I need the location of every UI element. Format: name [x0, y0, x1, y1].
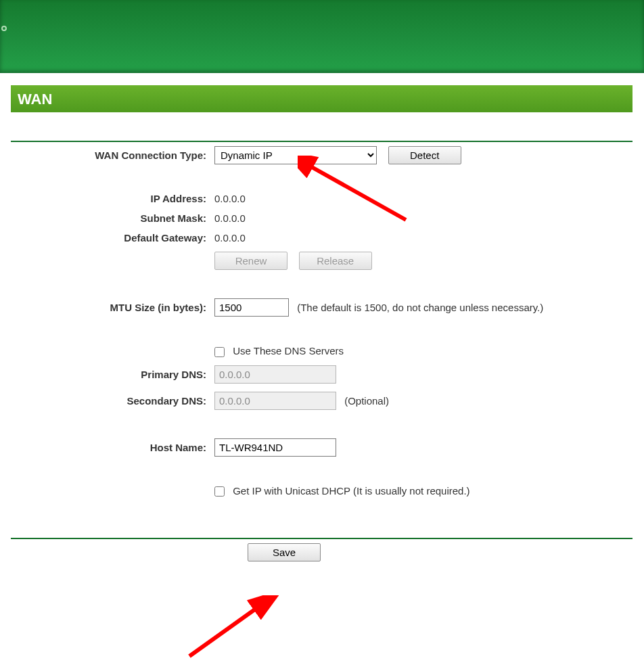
- label-default-gateway: Default Gateway:: [11, 228, 210, 248]
- mtu-hint: (The default is 1500, do not change unle…: [292, 302, 543, 313]
- label-subnet-mask: Subnet Mask:: [11, 208, 210, 228]
- use-dns-checkbox[interactable]: [214, 347, 225, 357]
- renew-button[interactable]: Renew: [214, 252, 288, 270]
- unicast-dhcp-label: Get IP with Unicast DHCP (It is usually …: [233, 485, 469, 497]
- unicast-dhcp-checkbox[interactable]: [214, 486, 225, 497]
- label-mtu: MTU Size (in bytes):: [11, 294, 210, 321]
- host-name-input[interactable]: [214, 438, 336, 457]
- label-ip-address: IP Address:: [11, 189, 210, 208]
- value-ip-address: 0.0.0.0: [210, 189, 632, 208]
- use-dns-label: Use These DNS Servers: [233, 345, 344, 356]
- section-title: WAN: [18, 91, 52, 108]
- label-secondary-dns: Secondary DNS:: [11, 388, 210, 414]
- wan-settings-panel: WAN WAN Connection Type: Dynamic IP Dete…: [0, 73, 632, 566]
- svg-line-1: [189, 605, 260, 656]
- annotation-arrow-2: [183, 595, 284, 663]
- primary-dns-input[interactable]: [214, 365, 336, 384]
- section-header: WAN: [11, 85, 632, 112]
- label-primary-dns: Primary DNS:: [11, 361, 210, 388]
- value-subnet-mask: 0.0.0.0: [210, 208, 632, 228]
- secondary-dns-input[interactable]: [214, 392, 336, 410]
- mtu-input[interactable]: [214, 298, 289, 317]
- value-default-gateway: 0.0.0.0: [210, 228, 632, 248]
- detect-button[interactable]: Detect: [388, 146, 461, 164]
- label-host-name: Host Name:: [11, 434, 210, 461]
- release-button[interactable]: Release: [299, 252, 372, 270]
- secondary-dns-optional: (Optional): [339, 395, 389, 407]
- top-banner: [0, 0, 644, 73]
- save-button[interactable]: Save: [248, 543, 321, 561]
- connection-type-select[interactable]: Dynamic IP: [214, 146, 377, 164]
- label-connection-type: WAN Connection Type:: [11, 142, 210, 168]
